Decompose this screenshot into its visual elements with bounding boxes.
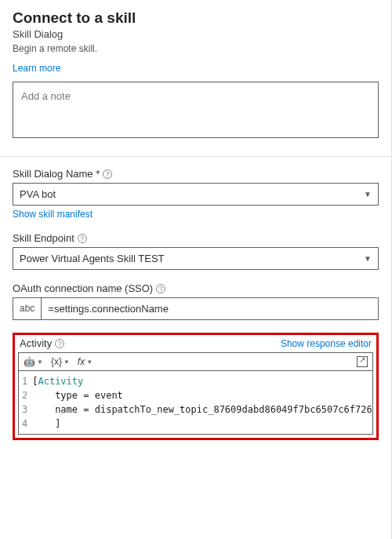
chevron-down-icon: ▼ — [37, 359, 43, 366]
skill-dialog-name-label: Skill Dialog Name * ? — [13, 168, 379, 180]
page-subtitle: Skill Dialog — [13, 28, 379, 40]
help-icon[interactable]: ? — [78, 234, 87, 243]
bot-icon: 🤖 — [24, 356, 35, 367]
show-skill-manifest-link[interactable]: Show skill manifest — [13, 209, 379, 220]
page-description: Begin a remote skill. — [13, 43, 379, 54]
section-divider — [0, 156, 391, 157]
skill-endpoint-select[interactable]: Power Virtual Agents Skill TEST ▼ — [13, 247, 379, 270]
note-input[interactable] — [13, 82, 379, 138]
learn-more-link[interactable]: Learn more — [13, 63, 60, 74]
line-gutter: 1 2 3 4 — [19, 371, 32, 434]
activity-label: Activity ? — [20, 337, 64, 349]
skill-endpoint-label: Skill Endpoint ? — [13, 232, 379, 244]
activity-code-editor[interactable]: 1 2 3 4 [Activity type = event name = di… — [18, 371, 373, 435]
oauth-prefix: abc — [13, 297, 41, 320]
oauth-input[interactable] — [41, 297, 379, 320]
chevron-down-icon: ▼ — [364, 190, 372, 198]
popout-icon[interactable] — [357, 356, 368, 367]
variables-button[interactable]: {x} ▼ — [51, 356, 70, 367]
activity-section: Activity ? Show response editor 🤖 ▼ {x} … — [13, 333, 379, 440]
chevron-down-icon: ▼ — [364, 254, 372, 263]
show-response-editor-link[interactable]: Show response editor — [281, 338, 372, 349]
oauth-label: OAuth connection name (SSO) ? — [13, 282, 379, 294]
help-icon[interactable]: ? — [156, 284, 165, 293]
help-icon[interactable]: ? — [55, 339, 64, 348]
code-body[interactable]: [Activity type = event name = dispatchTo… — [32, 371, 372, 434]
chevron-down-icon: ▼ — [64, 359, 70, 366]
page-title: Connect to a skill — [13, 9, 379, 27]
fx-button[interactable]: fx ▼ — [78, 356, 93, 367]
bot-memory-button[interactable]: 🤖 ▼ — [24, 356, 43, 367]
skill-dialog-name-value: PVA bot — [20, 188, 56, 200]
skill-dialog-name-select[interactable]: PVA bot ▼ — [13, 183, 379, 206]
activity-toolbar: 🤖 ▼ {x} ▼ fx ▼ — [18, 352, 373, 371]
help-icon[interactable]: ? — [103, 169, 112, 179]
chevron-down-icon: ▼ — [86, 359, 93, 366]
skill-endpoint-value: Power Virtual Agents Skill TEST — [20, 253, 165, 264]
